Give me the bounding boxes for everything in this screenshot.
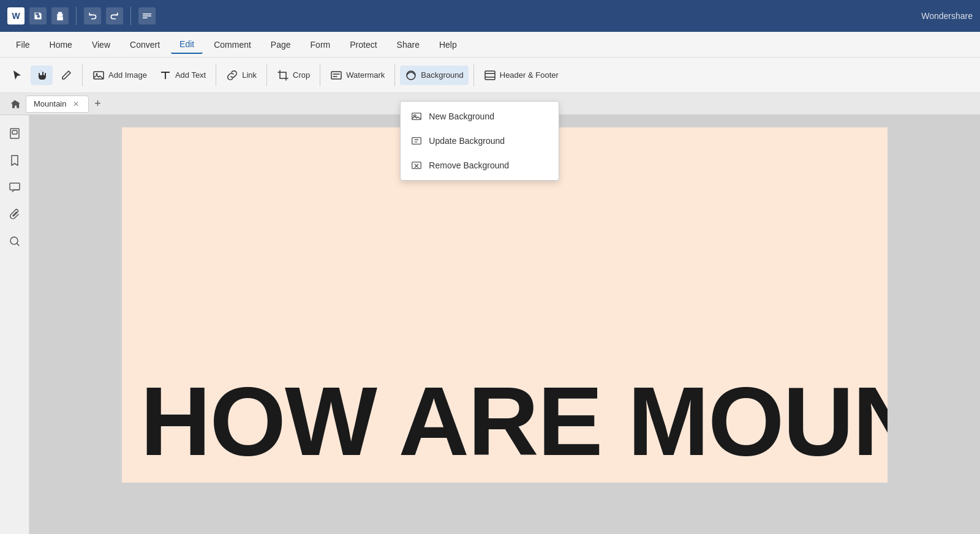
save-button[interactable] xyxy=(29,7,47,24)
new-background-icon xyxy=(410,110,423,122)
menu-share[interactable]: Share xyxy=(388,36,428,53)
menu-protect[interactable]: Protect xyxy=(341,36,385,53)
sidebar-search-tool[interactable] xyxy=(4,230,26,252)
left-sidebar xyxy=(0,115,29,534)
add-tab-button[interactable]: + xyxy=(90,97,105,111)
crop-label: Crop xyxy=(293,70,310,80)
menu-edit[interactable]: Edit xyxy=(171,36,203,54)
page-canvas: HOW ARE MOUN xyxy=(122,127,888,483)
toolbar-separator-4 xyxy=(320,64,320,86)
app-logo: W xyxy=(7,7,24,24)
separator-2 xyxy=(130,7,131,25)
menu-page[interactable]: Page xyxy=(262,36,300,53)
remove-background-icon xyxy=(410,159,423,171)
background-label: Background xyxy=(421,70,463,80)
undo-button[interactable] xyxy=(84,7,101,24)
svg-point-2 xyxy=(62,15,63,17)
toolbar-separator-1 xyxy=(82,64,83,86)
background-button[interactable]: Background xyxy=(400,66,468,85)
menu-bar: File Home View Convert Edit Comment Page… xyxy=(0,32,980,58)
sidebar-pages-tool[interactable] xyxy=(4,122,26,145)
background-button-wrapper: Background New Background Update Backgro… xyxy=(400,66,468,85)
add-image-label: Add Image xyxy=(108,70,147,80)
menu-view[interactable]: View xyxy=(83,36,119,53)
customize-button[interactable] xyxy=(138,7,156,24)
tab-mountain-close[interactable]: ✕ xyxy=(71,99,81,109)
add-text-button[interactable]: Add Text xyxy=(154,66,211,85)
select-tool-button[interactable] xyxy=(6,66,28,85)
svg-point-4 xyxy=(96,73,98,75)
header-footer-button[interactable]: Header & Footer xyxy=(479,66,564,85)
svg-rect-5 xyxy=(331,72,341,79)
toolbar-separator-6 xyxy=(473,64,474,86)
svg-rect-0 xyxy=(57,17,63,21)
background-dropdown: New Background Update Background Remove … xyxy=(400,101,559,181)
menu-home[interactable]: Home xyxy=(41,36,81,53)
svg-rect-11 xyxy=(485,71,495,80)
menu-help[interactable]: Help xyxy=(431,36,466,53)
link-label: Link xyxy=(242,70,257,80)
separator-1 xyxy=(76,7,77,25)
menu-convert[interactable]: Convert xyxy=(121,36,168,53)
hand-tool-button[interactable] xyxy=(31,66,53,85)
svg-rect-1 xyxy=(58,12,62,14)
redo-button[interactable] xyxy=(106,7,123,24)
watermark-label: Watermark xyxy=(346,70,385,80)
toolbar-separator-2 xyxy=(216,64,216,86)
edit-tool-button[interactable] xyxy=(55,66,77,85)
sidebar-comments-tool[interactable] xyxy=(4,176,26,198)
sidebar-bookmarks-tool[interactable] xyxy=(4,149,26,171)
update-background-item[interactable]: Update Background xyxy=(401,129,559,153)
canvas-text: HOW ARE MOUN xyxy=(122,360,888,483)
header-footer-label: Header & Footer xyxy=(500,70,559,80)
tab-mountain: Mountain ✕ xyxy=(26,96,89,113)
svg-rect-15 xyxy=(12,130,17,134)
title-bar: W Wondershare xyxy=(0,0,980,32)
svg-line-18 xyxy=(17,244,19,246)
add-text-label: Add Text xyxy=(175,70,206,80)
print-button[interactable] xyxy=(51,7,69,24)
sidebar-attachments-tool[interactable] xyxy=(4,203,26,225)
toolbar-separator-5 xyxy=(394,64,395,86)
toolbar: Add Image Add Text Link Crop Watermark B… xyxy=(0,58,980,93)
toolbar-separator-3 xyxy=(266,64,267,86)
svg-rect-9 xyxy=(412,137,421,144)
new-background-item[interactable]: New Background xyxy=(401,104,559,129)
add-image-button[interactable]: Add Image xyxy=(88,66,152,85)
menu-comment[interactable]: Comment xyxy=(205,36,260,53)
svg-rect-16 xyxy=(10,183,20,190)
watermark-button[interactable]: Watermark xyxy=(325,66,390,85)
tab-mountain-label: Mountain xyxy=(34,99,66,108)
remove-background-item[interactable]: Remove Background xyxy=(401,153,559,178)
menu-form[interactable]: Form xyxy=(302,36,339,53)
crop-button[interactable]: Crop xyxy=(272,66,315,85)
update-background-icon xyxy=(410,135,423,147)
link-button[interactable]: Link xyxy=(221,66,262,85)
menu-file[interactable]: File xyxy=(7,36,39,53)
brand-name: Wondershare xyxy=(921,11,973,21)
home-tab-button[interactable] xyxy=(5,96,24,113)
